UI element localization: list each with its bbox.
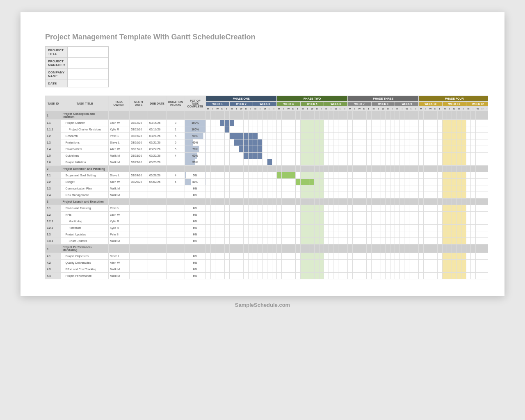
gantt-cell	[220, 266, 225, 273]
gantt-cell	[419, 273, 424, 279]
gantt-cell	[248, 120, 253, 126]
day-header: T	[305, 107, 310, 111]
task-owner: Malik M	[108, 238, 129, 244]
gantt-cell	[286, 133, 291, 139]
gantt-cell	[461, 139, 466, 146]
gantt-cell	[357, 146, 362, 153]
gantt-cell	[480, 126, 485, 133]
gantt-cell	[447, 253, 452, 260]
task-start: 03/16/26	[130, 139, 148, 146]
gantt-wrap[interactable]: TASK ID TASK TITLE TASK OWNER START DATE…	[45, 96, 488, 279]
gantt-cell	[395, 159, 400, 166]
gantt-cell	[376, 218, 381, 225]
gantt-cell	[423, 146, 428, 153]
gantt-cell	[272, 146, 277, 153]
gantt-cell	[324, 212, 329, 218]
task-owner: Pete S	[108, 205, 129, 212]
gantt-cell	[272, 153, 277, 159]
gantt-cell	[480, 205, 485, 212]
gantt-cell	[399, 139, 404, 146]
task-title: Budget	[61, 179, 108, 185]
gantt-cell	[381, 133, 386, 139]
task-start	[130, 199, 148, 205]
gantt-cell	[480, 146, 485, 153]
gantt-cell	[414, 260, 419, 266]
gantt-cell	[419, 212, 424, 218]
gantt-cell	[272, 266, 277, 273]
meta-value[interactable]	[68, 69, 109, 80]
gantt-cell	[409, 159, 414, 166]
gantt-cell	[480, 273, 485, 279]
gantt-cell	[324, 273, 329, 279]
gantt-cell	[471, 205, 476, 212]
task-title: Guidelines	[61, 153, 108, 159]
task-title: Project Definition and Planning	[61, 166, 108, 172]
gantt-cell	[333, 260, 338, 266]
gantt-cell	[281, 159, 286, 166]
gantt-cell	[300, 273, 305, 279]
day-header: R	[291, 107, 296, 111]
table-row: 1.4 Stakeholders Allen W 03/17/26 03/22/…	[46, 146, 488, 153]
gantt-cell	[281, 126, 286, 133]
gantt-cell	[253, 139, 258, 146]
task-id: 3.1	[46, 205, 61, 212]
gantt-cell	[404, 260, 409, 266]
gantt-cell	[381, 212, 386, 218]
gantt-cell	[206, 238, 211, 244]
gantt-cell	[362, 172, 367, 179]
gantt-cell	[281, 231, 286, 238]
gantt-cell	[423, 120, 428, 126]
gantt-cell	[404, 111, 409, 120]
gantt-cell	[248, 126, 253, 133]
gantt-cell	[419, 205, 424, 212]
gantt-cell	[253, 153, 258, 159]
table-row: 4.1 Project Objectives Steve L 0%	[46, 253, 488, 260]
gantt-cell	[215, 225, 220, 231]
gantt-cell	[371, 199, 376, 205]
gantt-cell	[390, 120, 395, 126]
task-dur	[166, 212, 185, 218]
gantt-cell	[272, 244, 277, 253]
gantt-cell	[352, 166, 357, 172]
gantt-cell	[376, 205, 381, 212]
gantt-cell	[428, 126, 433, 133]
meta-value[interactable]	[68, 58, 109, 69]
gantt-cell	[348, 253, 353, 260]
gantt-cell	[466, 166, 471, 172]
gantt-cell	[206, 172, 211, 179]
gantt-cell	[395, 244, 400, 253]
gantt-cell	[258, 192, 262, 199]
gantt-cell	[485, 238, 488, 244]
meta-value[interactable]	[68, 80, 109, 87]
table-row: 2.1 Scope and Goal Setting Steve L 03/24…	[46, 172, 488, 179]
gantt-cell	[319, 166, 324, 172]
gantt-cell	[433, 199, 438, 205]
task-due: 04/02/26	[148, 179, 167, 185]
gantt-cell	[352, 225, 357, 231]
gantt-cell	[352, 172, 357, 179]
gantt-cell	[310, 179, 315, 185]
table-row: 3.3 Project Updates Pete S 0%	[46, 231, 488, 238]
gantt-cell	[277, 244, 282, 253]
gantt-cell	[376, 153, 381, 159]
gantt-cell	[319, 225, 324, 231]
gantt-cell	[281, 273, 286, 279]
gantt-cell	[409, 185, 414, 192]
gantt-cell	[423, 185, 428, 192]
phase-header: PHASE ONE	[206, 96, 277, 102]
gantt-cell	[248, 159, 253, 166]
meta-value[interactable]	[68, 47, 109, 58]
gantt-cell	[471, 111, 476, 120]
gantt-cell	[367, 133, 372, 139]
gantt-cell	[395, 133, 400, 139]
gantt-cell	[404, 139, 409, 146]
gantt-cell	[262, 244, 267, 253]
gantt-cell	[229, 199, 234, 205]
gantt-cell	[381, 225, 386, 231]
gantt-cell	[471, 212, 476, 218]
gantt-cell	[277, 225, 282, 231]
gantt-cell	[367, 139, 372, 146]
gantt-cell	[333, 212, 338, 218]
gantt-cell	[281, 133, 286, 139]
gantt-cell	[390, 133, 395, 139]
